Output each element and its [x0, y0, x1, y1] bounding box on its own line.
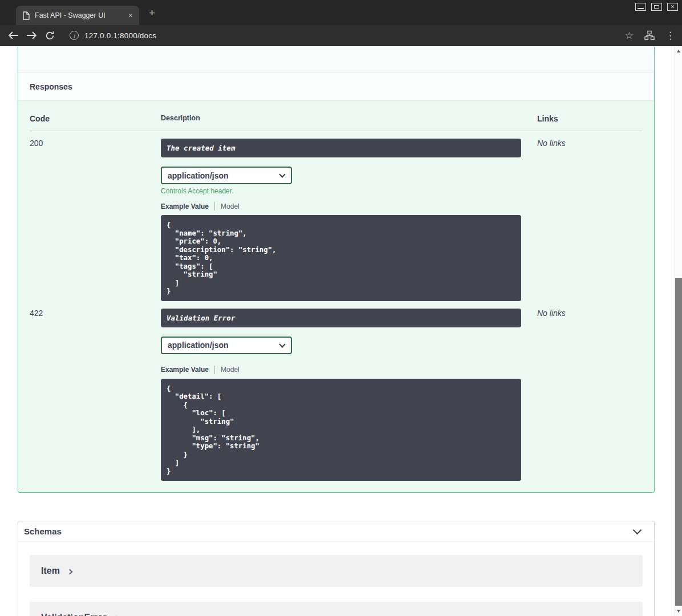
responses-table: Code Description Links 200 The created i…	[18, 100, 654, 492]
opblock-body-strip	[18, 47, 654, 72]
chevron-right-icon	[67, 569, 72, 574]
responses-section-header: Responses	[18, 72, 654, 100]
tab-close-icon[interactable]: ×	[127, 11, 135, 20]
back-button[interactable]	[5, 27, 22, 44]
toolbar-actions: ☆ ⋮	[625, 30, 675, 40]
media-type-select[interactable]: application/json	[161, 167, 292, 184]
scrollbar-thumb[interactable]	[675, 278, 682, 606]
scroll-down-button[interactable]	[675, 607, 682, 615]
response-description: The created item	[161, 139, 521, 157]
model-name: ValidationError	[41, 613, 107, 616]
responses-opblock: Responses Code Description Links 200 The…	[18, 47, 655, 493]
browser-toolbar: i 127.0.0.1:8000/docs ☆ ⋮	[0, 25, 682, 46]
schemas-title: Schemas	[24, 526, 62, 536]
tab-title: Fast API - Swagger UI	[35, 11, 127, 19]
responses-title: Responses	[30, 82, 72, 91]
tab-example-value[interactable]: Example Value	[161, 202, 209, 210]
maximize-button[interactable]	[651, 3, 662, 11]
response-links: No links	[537, 301, 643, 481]
schemas-header[interactable]: Schemas	[18, 521, 654, 542]
response-code: 200	[30, 131, 161, 301]
forward-button[interactable]	[23, 27, 40, 44]
model-row-item[interactable]: Item	[30, 555, 643, 587]
tab-model[interactable]: Model	[221, 202, 239, 210]
response-row-200: 200 The created item application/json Co…	[30, 131, 643, 301]
swagger-page: Responses Code Description Links 200 The…	[0, 46, 675, 616]
bookmark-star-icon[interactable]: ☆	[625, 31, 634, 40]
response-description: Validation Error	[161, 309, 521, 327]
example-json-block: { "name": "string", "price": 0, "descrip…	[161, 215, 521, 301]
browser-menu-icon[interactable]: ⋮	[665, 31, 675, 40]
example-model-tabs: Example Value Model	[161, 202, 537, 210]
code-column-header: Code	[30, 114, 161, 123]
new-tab-button[interactable]: +	[149, 7, 155, 18]
links-column-header: Links	[537, 114, 643, 123]
example-model-tabs: Example Value Model	[161, 366, 537, 374]
browser-tab[interactable]: Fast API - Swagger UI ×	[16, 6, 139, 25]
page-favicon-icon	[22, 11, 30, 20]
address-bar[interactable]: 127.0.0.1:8000/docs	[84, 31, 156, 40]
media-type-select-wrap: application/json	[161, 337, 292, 354]
minimize-button[interactable]	[635, 3, 646, 11]
sitemap-icon[interactable]	[644, 30, 655, 40]
page-scrollbar[interactable]	[675, 46, 682, 616]
site-info-icon[interactable]: i	[70, 31, 79, 40]
response-row-422: 422 Validation Error application/json Ex…	[30, 301, 643, 481]
responses-table-header: Code Description Links	[30, 100, 643, 131]
reload-button[interactable]	[41, 27, 58, 44]
window-controls: ✕	[635, 3, 678, 11]
scroll-up-button[interactable]	[675, 47, 682, 55]
model-row-validationerror[interactable]: ValidationError	[30, 602, 643, 616]
model-name: Item	[41, 566, 60, 576]
browser-titlebar: Fast API - Swagger UI × + ✕	[0, 0, 682, 25]
schemas-section: Schemas Item ValidationError	[18, 521, 655, 616]
chevron-down-icon[interactable]	[633, 525, 642, 534]
tab-divider	[214, 202, 215, 210]
tab-divider	[214, 366, 215, 374]
response-links: No links	[537, 131, 643, 301]
media-type-select[interactable]: application/json	[161, 337, 292, 354]
accept-header-note: Controls Accept header.	[161, 187, 537, 195]
description-column-header: Description	[161, 114, 537, 123]
tab-example-value[interactable]: Example Value	[161, 366, 209, 374]
schemas-body: Item ValidationError	[18, 542, 654, 616]
tab-model[interactable]: Model	[221, 366, 239, 374]
response-code: 422	[30, 301, 161, 481]
close-window-button[interactable]: ✕	[667, 3, 678, 11]
media-type-select-wrap: application/json	[161, 167, 292, 184]
example-json-block: { "detail": [ { "loc": [ "string" ], "ms…	[161, 379, 521, 481]
